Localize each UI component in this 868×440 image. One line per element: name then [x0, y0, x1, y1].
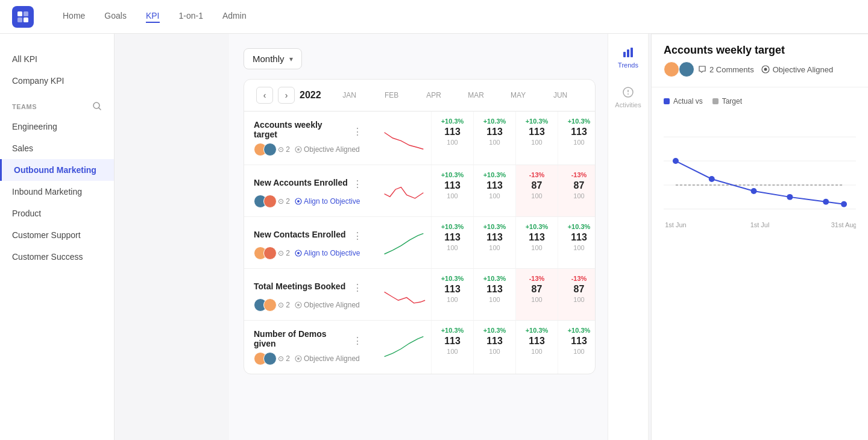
kpi-info-demos: Number of Demos given ⋮ ⊙ 2 Objective Al… [244, 321, 377, 374]
month-columns: JAN FEB APR MAR MAY JUN JUL [329, 91, 596, 99]
svg-point-34 [841, 201, 847, 207]
kpi-title-new-accounts[interactable]: New Accounts Enrolled [254, 178, 348, 187]
panel-avatar-1 [664, 61, 679, 77]
sidebar: All KPI Company KPI TEAMS Engineering Sa… [0, 0, 115, 440]
kpi-sparkline-new-contacts [377, 217, 431, 268]
svg-point-21 [627, 93, 629, 95]
teams-search-icon[interactable] [92, 101, 102, 112]
sidebar-item-product[interactable]: Product [0, 203, 114, 224]
month-jan: JAN [329, 91, 371, 99]
trends-label: Trends [618, 61, 638, 69]
kpi-cell: +10.3%113100 [431, 321, 473, 374]
avatar-2 [263, 143, 277, 156]
nav-1on1[interactable]: 1-on-1 [179, 11, 203, 23]
panel-comments[interactable]: 2 Comments [698, 65, 754, 74]
kpi-cell: +10.3%113100 [431, 112, 473, 165]
avatar-2 [263, 195, 277, 208]
kpi-cell: +10.3%113100 [473, 269, 515, 320]
align-to-objective-link-2[interactable]: Align to Objective [295, 249, 360, 257]
activities-icon-button[interactable]: Activities [615, 86, 641, 108]
kpi-menu-new-accounts[interactable]: ⋮ [348, 174, 367, 195]
kpi-cell: +10.3%113100 [515, 217, 558, 268]
kpi-cell: +10.3%113100 [431, 217, 473, 268]
sidebar-item-company-kpi[interactable]: Company KPI [0, 70, 114, 92]
avatar-2 [263, 352, 277, 365]
kpi-info-new-accounts: New Accounts Enrolled ⋮ ⊙ 2 Align to Obj… [244, 165, 377, 216]
top-nav: Home Goals KPI 1-on-1 Admin [0, 0, 868, 34]
kpi-title-meetings[interactable]: Total Meetings Booked [254, 281, 345, 291]
svg-point-13 [297, 304, 300, 306]
month-jun: JUN [539, 91, 582, 99]
kpi-cell: -13%87100 [558, 269, 596, 320]
comment-count: ⊙ 2 [278, 197, 290, 206]
sidebar-item-engineering[interactable]: Engineering [0, 116, 114, 137]
kpi-menu-accounts-weekly[interactable]: ⋮ [348, 121, 367, 142]
nav-admin[interactable]: Admin [222, 11, 247, 23]
sidebar-item-sales[interactable]: Sales [0, 137, 114, 159]
prev-year-button[interactable]: ‹ [256, 87, 273, 104]
kpi-menu-meetings[interactable]: ⋮ [348, 277, 367, 298]
sidebar-item-outbound-marketing[interactable]: Outbound Marketing [0, 159, 114, 181]
svg-point-11 [297, 252, 300, 254]
table-header: ‹ › 2022 JAN FEB APR MAR MAY JUN JUL [244, 80, 595, 112]
objective-tag-demos: Objective Aligned [295, 354, 360, 363]
svg-point-30 [709, 176, 715, 182]
logo-icon [12, 6, 34, 28]
avatar-2 [263, 298, 277, 312]
kpi-cell: -13%87100 [515, 269, 558, 320]
kpi-meta-new-accounts: ⊙ 2 Align to Objective [254, 195, 367, 208]
avatar-group [254, 143, 273, 156]
legend-actual-label: Actual vs [673, 97, 703, 105]
sidebar-item-customer-success[interactable]: Customer Success [0, 246, 114, 268]
kpi-title-accounts-weekly[interactable]: Accounts weekly target [254, 120, 348, 139]
kpi-menu-new-contacts[interactable]: ⋮ [348, 225, 367, 247]
legend-target-label: Target [722, 97, 742, 105]
kpi-info-new-contacts: New Contacts Enrolled ⋮ ⊙ 2 Align to Obj… [244, 217, 377, 268]
kpi-cell: +10.3%113100 [515, 321, 558, 374]
period-selector[interactable]: Monthly ▾ [244, 48, 302, 69]
sidebar-item-inbound-marketing[interactable]: Inbound Marketing [0, 181, 114, 203]
kpi-cell: -13%87100 [558, 165, 596, 216]
next-year-button[interactable]: › [278, 87, 295, 104]
panel-objective-label: Objective Aligned [773, 65, 833, 74]
avatar-2 [263, 247, 277, 260]
objective-tag-meetings: Objective Aligned [295, 301, 360, 309]
panel-kpi-title: Accounts weekly target [652, 34, 868, 61]
kpi-menu-demos[interactable]: ⋮ [348, 330, 367, 351]
activities-label: Activities [615, 101, 641, 108]
kpi-sparkline-new-accounts [377, 165, 431, 216]
kpi-cell: +10.3%113100 [473, 165, 515, 216]
kpi-title-new-contacts[interactable]: New Contacts Enrolled [254, 230, 345, 239]
year-nav: ‹ › 2022 [256, 87, 321, 104]
kpi-cell: +10.3%113100 [558, 217, 596, 268]
nav-kpi[interactable]: KPI [146, 11, 160, 23]
legend-target-dot [712, 98, 719, 104]
kpi-sparkline-meetings [377, 269, 431, 320]
nav-items: Home Goals KPI 1-on-1 Admin [63, 11, 247, 23]
align-to-objective-link[interactable]: Align to Objective [295, 197, 360, 206]
panel-objective-aligned[interactable]: Objective Aligned [761, 65, 833, 74]
kpi-cell: +10.3%113100 [473, 321, 515, 374]
kpi-meta-new-contacts: ⊙ 2 Align to Objective [254, 247, 367, 260]
right-panel: Edit KPI ✕ Accounts weekly target 2 Comm… [651, 0, 868, 440]
svg-rect-16 [623, 52, 626, 57]
nav-goals[interactable]: Goals [104, 11, 127, 23]
kpi-info-accounts-weekly: Accounts weekly target ⋮ ⊙ 2 Objective A… [244, 112, 377, 165]
kpi-cell: +10.3%113100 [431, 269, 473, 320]
kpi-title-demos[interactable]: Number of Demos given [254, 329, 348, 348]
kpi-sparkline-demos [377, 321, 431, 374]
nav-home[interactable]: Home [63, 11, 85, 23]
legend-target: Target [712, 97, 742, 105]
kpi-meta-accounts-weekly: ⊙ 2 Objective Aligned [254, 143, 367, 156]
sidebar-item-customer-support[interactable]: Customer Support [0, 224, 114, 246]
kpi-meta-demos: ⊙ 2 Objective Aligned [254, 352, 367, 365]
comment-count: ⊙ 2 [278, 354, 290, 363]
trends-icon-button[interactable]: Trends [618, 46, 638, 69]
kpi-cell: -13%87100 [515, 165, 558, 216]
panel-meta: 2 Comments Objective Aligned [652, 61, 868, 87]
svg-rect-1 [24, 11, 28, 16]
sidebar-item-all-kpi[interactable]: All KPI [0, 48, 114, 70]
svg-text:31st Aug: 31st Aug [831, 221, 856, 228]
legend-actual-dot [664, 98, 670, 104]
kpi-cell: +10.3%113100 [431, 165, 473, 216]
